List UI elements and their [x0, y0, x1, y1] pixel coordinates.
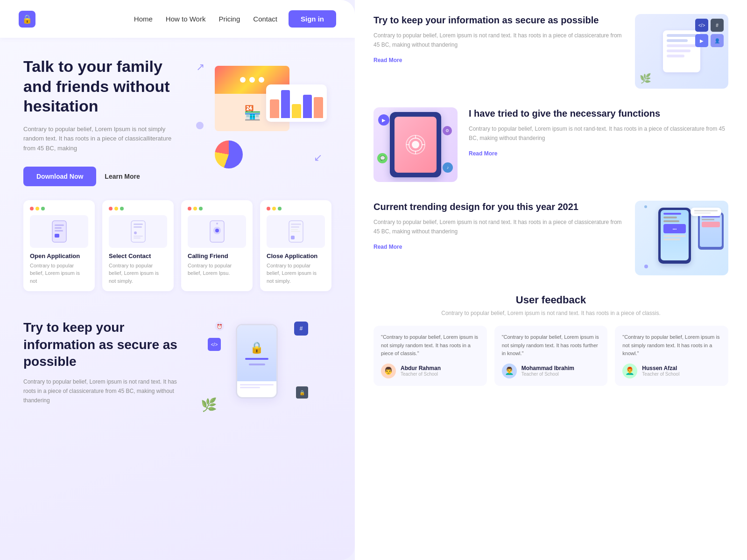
functions-illustration: ▶ ♪ ⚙ 💬: [374, 107, 458, 182]
svg-rect-18: [291, 229, 298, 230]
step-title-1: Open Application: [30, 252, 88, 259]
user-role-3: Teacher of School: [642, 371, 679, 377]
feedback-title: User feedback: [374, 294, 728, 306]
feedback-subtitle: Contrary to popular belief, Lorem ipsum …: [374, 310, 728, 316]
hero-illustration: 🏪 ↗ ↙: [191, 56, 331, 178]
svg-rect-7: [134, 226, 142, 228]
step-desc-2: Contrary to popular belief, Lorem ipsum …: [109, 262, 167, 285]
svg-rect-19: [291, 231, 300, 232]
user-info-2: Mohammad Ibrahim Teacher of School: [521, 365, 574, 377]
user-name-2: Mohammad Ibrahim: [521, 365, 574, 371]
bottom-illustration: 🔒 # </> 🔒 ⏰ 🌿: [201, 319, 331, 413]
step-card-2: Select Contact Contrary to popular belie…: [102, 200, 174, 292]
feedback-card-1: "Contrary to popular belief, Lorem ipsum…: [374, 326, 487, 386]
feature-title-security: Try to keep your information as secure a…: [374, 14, 624, 26]
svg-rect-4: [55, 234, 59, 238]
navbar: 🔒 Home How to Work Pricing Contact Sign …: [0, 0, 355, 38]
step-icon-area-1: [30, 215, 88, 248]
step-desc-3: Contrary to popular belief, Lorem Ipsu.: [188, 262, 246, 277]
right-panel: Try to keep your information as secure a…: [355, 0, 747, 560]
step-card-4: Close Application Contrary to popular be…: [260, 200, 331, 292]
svg-rect-20: [291, 236, 295, 239]
user-info-1: Abdur Rahman Teacher of School: [401, 365, 441, 377]
nav-contact[interactable]: Contact: [253, 15, 277, 23]
step-dots-2: [109, 207, 167, 210]
feedback-cards: "Contrary to popular belief, Lorem ipsum…: [374, 326, 728, 386]
feature-content-functions: I have tried to give the necessary funct…: [469, 107, 728, 157]
step-title-3: Calling Friend: [188, 252, 246, 259]
feature-card-functions: ▶ ♪ ⚙ 💬 I have tried to give the necessa…: [374, 107, 728, 182]
feedback-card-3: "Contrary to popular belief, Lorem ipsum…: [615, 326, 728, 386]
feedback-user-1: 👨 Abdur Rahman Teacher of School: [381, 364, 479, 378]
avatar-2: 👨‍🦱: [502, 364, 517, 378]
logo-icon: 🔒: [19, 11, 35, 28]
svg-rect-14: [215, 229, 219, 232]
svg-rect-2: [55, 227, 62, 229]
user-info-3: Hussen Afzal Teacher of School: [642, 365, 679, 377]
hero-text: Talk to your family and friends without …: [23, 56, 182, 186]
hero-description: Contrary to popular belief, Lorem Ipsum …: [23, 125, 173, 154]
svg-rect-9: [134, 236, 143, 237]
learn-more-button[interactable]: Learn More: [105, 173, 140, 180]
feedback-section: User feedback Contrary to popular belief…: [374, 294, 728, 386]
svg-point-8: [134, 231, 137, 234]
feature-desc-functions: Contrary to popular belief, Lorem ipsum …: [469, 124, 728, 143]
step-desc-1: Contrary to popular belief, Lorem ipsum …: [30, 262, 88, 285]
svg-rect-3: [55, 230, 63, 231]
step-dots-4: [267, 207, 325, 210]
feedback-text-2: "Contrary to popular belief, Lorem ipsum…: [502, 333, 600, 358]
svg-rect-1: [55, 224, 64, 226]
feedback-card-2: "Contrary to popular belief, Lorem ipsum…: [494, 326, 608, 386]
download-button[interactable]: Download Now: [23, 167, 96, 186]
design-illustration: •••: [635, 201, 728, 275]
feature-desc-security: Contrary to popular belief, Lorem ipsum …: [374, 31, 624, 50]
user-role-2: Teacher of School: [521, 371, 574, 377]
feedback-text-1: "Contrary to popular belief, Lorem ipsum…: [381, 333, 479, 358]
step-title-4: Close Application: [267, 252, 325, 259]
hero-section: Talk to your family and friends without …: [0, 38, 355, 186]
user-role-1: Teacher of School: [401, 371, 441, 377]
bottom-text: Try to keep your information as secure a…: [23, 319, 187, 405]
svg-rect-6: [134, 224, 143, 225]
user-name-3: Hussen Afzal: [642, 365, 679, 371]
read-more-design[interactable]: Read More: [374, 244, 402, 250]
svg-rect-16: [291, 224, 301, 225]
steps-section: Open Application Contrary to popular bel…: [0, 186, 355, 306]
step-icon-area-4: [267, 215, 325, 248]
step-card-1: Open Application Contrary to popular bel…: [23, 200, 95, 292]
feature-content-security: Try to keep your information as secure a…: [374, 14, 624, 64]
feedback-user-2: 👨‍🦱 Mohammad Ibrahim Teacher of School: [502, 364, 600, 378]
feedback-text-3: "Contrary to popular belief, Lorem ipsum…: [622, 333, 721, 358]
hero-buttons: Download Now Learn More: [23, 167, 182, 186]
step-card-3: Calling Friend Contrary to popular belie…: [181, 200, 253, 292]
hero-title: Talk to your family and friends without …: [23, 56, 182, 116]
step-dots-3: [188, 207, 246, 210]
nav-how-to-work[interactable]: How to Work: [166, 15, 206, 23]
nav-home[interactable]: Home: [134, 15, 153, 23]
svg-rect-10: [134, 238, 141, 238]
feature-desc-design: Contrary to popular belief, Lorem ipsum …: [374, 217, 624, 237]
svg-rect-12: [216, 223, 218, 224]
step-icon-area-2: [109, 215, 167, 248]
step-icon-area-3: [188, 215, 246, 248]
step-title-2: Select Contact: [109, 252, 167, 259]
svg-point-23: [412, 141, 419, 148]
feature-card-security: Try to keep your information as secure a…: [374, 14, 728, 89]
bottom-title: Try to keep your information as secure a…: [23, 319, 187, 370]
feature-card-design: Current trending design for you this yea…: [374, 201, 728, 275]
read-more-security[interactable]: Read More: [374, 57, 402, 63]
svg-rect-17: [291, 226, 299, 228]
feature-content-design: Current trending design for you this yea…: [374, 201, 624, 251]
nav-pricing[interactable]: Pricing: [218, 15, 240, 23]
signin-button[interactable]: Sign in: [289, 10, 336, 28]
nav-links: Home How to Work Pricing Contact: [134, 15, 277, 23]
feedback-user-3: 👨‍🦰 Hussen Afzal Teacher of School: [622, 364, 721, 378]
security-illustration: </> # ▶ 👤 🌿: [635, 14, 728, 89]
bottom-hero-section: Try to keep your information as secure a…: [0, 305, 355, 427]
bottom-description: Contrary to popular belief, Lorem ipsum …: [23, 377, 187, 406]
read-more-functions[interactable]: Read More: [469, 150, 497, 157]
left-panel: 🔒 Home How to Work Pricing Contact Sign …: [0, 0, 355, 560]
feature-title-functions: I have tried to give the necessary funct…: [469, 107, 728, 119]
feature-title-design: Current trending design for you this yea…: [374, 201, 624, 213]
avatar-3: 👨‍🦰: [622, 364, 637, 378]
